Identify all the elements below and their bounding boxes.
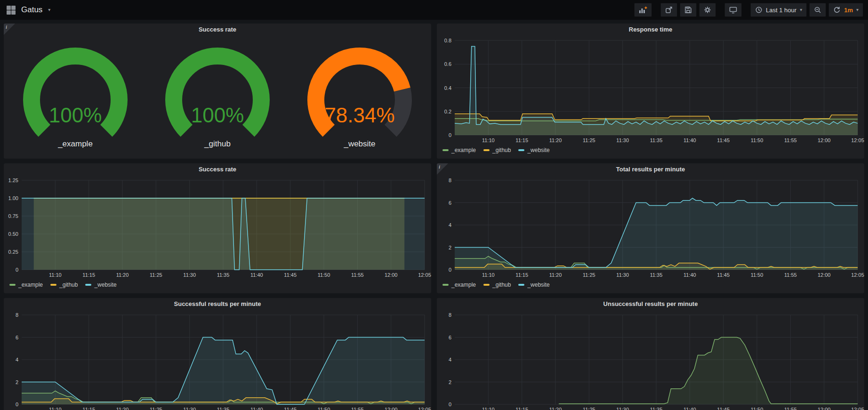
chart-svg: 0246811:1011:1511:2011:2511:3011:3511:40… [437,310,864,410]
save-icon [684,6,692,14]
legend-label: _example [451,281,476,288]
x-tick-label: 11:50 [751,272,764,278]
x-tick-label: 11:45 [717,407,730,410]
x-tick-label: 11:25 [150,407,162,410]
panel-info-icon[interactable]: i [437,163,448,175]
add-panel-button[interactable] [634,3,652,17]
panel-unsuccessful-results: Unsuccessful results per minute 0246811:… [437,298,864,410]
legend-item-_website[interactable]: _website [518,147,549,153]
share-button[interactable] [660,3,677,17]
x-tick-label: 12:00 [818,272,831,278]
series-fill-_website [559,338,858,405]
y-tick-label: 0.2 [444,109,451,114]
x-tick-label: 11:40 [250,272,263,278]
y-tick-label: 4 [16,357,18,362]
y-tick-label: 6 [449,335,451,340]
panel-title[interactable]: Successful results per minute [4,298,431,310]
x-tick-label: 11:10 [482,137,495,143]
successful-results-chart[interactable]: 0246811:1011:1511:2011:2511:3011:3511:40… [4,310,431,410]
panel-success-rate: Success rate 00.250.500.751.001.2511:101… [4,163,431,293]
legend-item-_github[interactable]: _github [483,147,511,153]
y-tick-label: 0 [16,402,18,407]
y-tick-label: 0.6 [444,61,451,67]
gauge-value: 100% [191,104,244,127]
y-tick-label: 6 [16,335,18,340]
panel-title[interactable]: Success rate [4,163,431,176]
x-tick-label: 11:25 [583,272,595,278]
legend-item-_github[interactable]: _github [50,281,78,288]
gauge: 78.34% [289,44,430,144]
y-tick-label: 4 [449,222,451,228]
legend-item-_github[interactable]: _github [483,281,511,288]
unsuccessful-results-chart[interactable]: 0246811:1011:1511:2011:2511:3011:3511:40… [437,310,864,410]
y-tick-label: 1.25 [8,177,18,183]
x-tick-label: 11:35 [650,137,663,143]
legend-swatch [518,284,524,286]
bar-chart-plus-icon [639,6,647,14]
panel-info-icon[interactable]: i [4,24,15,35]
legend-label: _website [527,147,549,153]
zoom-out-button[interactable] [809,3,826,17]
time-range-button[interactable]: Last 1 hour ▾ [750,3,807,17]
refresh-interval-label: 1m [844,7,853,14]
x-tick-label: 11:40 [683,272,696,278]
x-tick-label: 11:20 [549,272,562,278]
legend-swatch [518,149,524,151]
chart-svg: 0246811:1011:1511:2011:2511:3011:3511:40… [4,310,431,410]
x-tick-label: 11:35 [650,272,663,278]
panel-title[interactable]: Response time [437,24,864,36]
gauge-_example: 100%_example [5,44,146,149]
x-tick-label: 11:15 [515,407,528,410]
y-tick-label: 2 [449,379,451,385]
legend-item-_example[interactable]: _example [9,281,43,288]
x-tick-label: 12:00 [385,407,398,410]
dashboard-grid: i Success rate 100%_example100%_github78… [0,20,868,410]
x-tick-label: 11:10 [482,272,495,278]
series-fill-_website [455,198,858,270]
grafana-menu-icon[interactable] [7,6,16,15]
x-tick-label: 12:00 [385,272,398,278]
legend-swatch [442,149,449,151]
save-button[interactable] [680,3,697,17]
x-tick-label: 11:20 [116,272,129,278]
legend: _example_github_website [437,279,864,293]
success-rate-chart[interactable]: 00.250.500.751.001.2511:1011:1511:2011:2… [4,176,431,279]
y-tick-label: 0.4 [444,85,451,91]
chevron-down-icon: ▾ [48,8,50,12]
panel-title[interactable]: Unsuccessful results per minute [437,298,864,310]
panel-title[interactable]: Total results per minute [437,163,864,176]
x-tick-label: 11:55 [351,407,364,410]
legend-item-_example[interactable]: _example [442,147,476,153]
y-tick-label: 0 [16,267,18,273]
x-tick-label: 11:10 [482,407,495,410]
x-tick-label: 11:55 [784,407,797,410]
total-results-chart[interactable]: 0246811:1011:1511:2011:2511:3011:3511:40… [437,176,864,279]
x-tick-label: 11:55 [784,137,797,143]
legend-item-_website[interactable]: _website [518,281,549,288]
legend-swatch [483,149,490,151]
response-time-chart[interactable]: 00.20.40.60.811:1011:1511:2011:2511:3011… [437,36,864,145]
x-tick-label: 12:05 [418,272,431,278]
legend-item-_website[interactable]: _website [85,281,116,288]
panel-response-time: Response time 00.20.40.60.811:1011:1511:… [437,24,864,159]
gauge: 100% [147,44,288,144]
legend-item-_example[interactable]: _example [442,281,476,288]
x-tick-label: 11:45 [284,272,297,278]
refresh-button[interactable]: 1m ▾ [828,3,863,17]
cycle-view-mode-button[interactable] [724,3,742,17]
panel-title[interactable]: Success rate [4,24,431,36]
x-tick-label: 11:20 [549,407,562,410]
legend-label: _example [18,281,43,288]
y-tick-label: 8 [449,177,451,183]
y-tick-label: 8 [16,312,18,318]
x-tick-label: 11:30 [616,137,629,143]
x-tick-label: 11:45 [717,272,730,278]
navbar: Gatus ▾ [0,0,868,20]
x-tick-label: 12:05 [418,407,431,410]
settings-button[interactable] [699,3,716,17]
info-glyph: i [6,24,7,30]
chart-svg: 00.20.40.60.811:1011:1511:2011:2511:3011… [437,36,864,145]
x-tick-label: 11:30 [183,407,196,410]
x-tick-label: 11:20 [549,137,562,143]
dashboard-title[interactable]: Gatus [21,5,42,15]
